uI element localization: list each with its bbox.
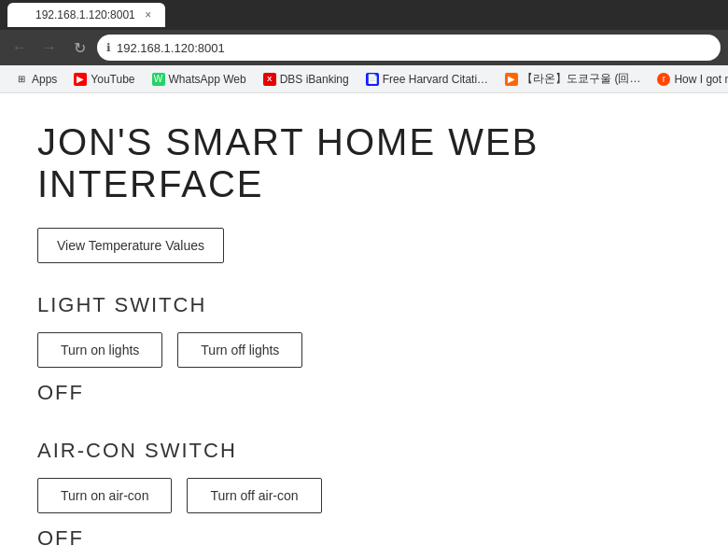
view-temperature-button[interactable]: View Temperature Values [37, 228, 224, 263]
reload-button[interactable]: ↻ [67, 35, 91, 60]
aircon-switch-title: AIR-CON SWITCH [37, 439, 691, 463]
bookmark-whatsapp-label: WhatsApp Web [169, 73, 246, 86]
aircon-status: OFF [37, 526, 691, 551]
laonn-icon: ▶ [505, 73, 518, 86]
bookmark-apps-label: Apps [32, 73, 57, 86]
browser-tab[interactable]: 192.168.1.120:8001 × [7, 3, 165, 27]
turn-off-lights-button[interactable]: Turn off lights [177, 332, 302, 368]
light-switch-buttons: Turn on lights Turn off lights [37, 332, 691, 368]
light-switch-title: LIGHT SWITCH [37, 293, 691, 317]
forward-button[interactable]: → [37, 35, 62, 60]
bookmark-dbs[interactable]: X DBS iBanking [256, 70, 357, 89]
light-switch-section: LIGHT SWITCH Turn on lights Turn off lig… [37, 293, 691, 405]
turn-off-aircon-button[interactable]: Turn off air-con [187, 478, 321, 513]
bookmark-dbs-label: DBS iBanking [280, 73, 349, 86]
tab-title: 192.168.1.120:8001 [35, 8, 135, 21]
page-content: JON'S SMART HOME WEB INTERFACE View Temp… [0, 93, 728, 560]
bookmark-laonn-label: 【라온】도쿄구울 (回… [522, 71, 640, 87]
browser-chrome: 192.168.1.120:8001 × ← → ↻ ℹ 192.168.1.1… [0, 0, 728, 560]
reddit-icon: r [657, 73, 670, 86]
back-button[interactable]: ← [7, 35, 32, 60]
bookmark-whatsapp[interactable]: W WhatsApp Web [145, 70, 254, 89]
bookmark-harvard-label: Free Harvard Citati… [383, 73, 488, 86]
bookmark-how[interactable]: r How I got my Jinha… [650, 70, 728, 89]
address-field[interactable]: ℹ 192.168.1.120:8001 [97, 35, 721, 61]
url-text: 192.168.1.120:8001 [117, 41, 225, 55]
bookmark-laonn[interactable]: ▶ 【라온】도쿄구울 (回… [497, 68, 648, 90]
apps-icon: ⊞ [15, 73, 28, 86]
address-bar-row: ← → ↻ ℹ 192.168.1.120:8001 [0, 30, 728, 65]
bookmark-apps[interactable]: ⊞ Apps [7, 70, 64, 89]
aircon-switch-section: AIR-CON SWITCH Turn on air-con Turn off … [37, 439, 691, 551]
harvard-icon: 📄 [366, 73, 379, 86]
turn-on-aircon-button[interactable]: Turn on air-con [37, 478, 172, 513]
aircon-switch-buttons: Turn on air-con Turn off air-con [37, 478, 691, 513]
tab-close-button[interactable]: × [141, 7, 156, 22]
bookmarks-bar: ⊞ Apps ▶ YouTube W WhatsApp Web X DBS iB… [0, 65, 728, 93]
bookmark-how-label: How I got my Jinha… [674, 73, 728, 86]
whatsapp-icon: W [152, 73, 165, 86]
bookmark-harvard[interactable]: 📄 Free Harvard Citati… [358, 70, 496, 89]
light-status: OFF [37, 381, 691, 405]
turn-on-lights-button[interactable]: Turn on lights [37, 332, 162, 368]
lock-icon: ℹ [106, 41, 111, 54]
bookmark-youtube[interactable]: ▶ YouTube [66, 70, 142, 89]
youtube-icon: ▶ [74, 73, 87, 86]
dbs-icon: X [263, 73, 276, 86]
tab-favicon [17, 8, 30, 21]
bookmark-youtube-label: YouTube [91, 73, 134, 86]
page-title: JON'S SMART HOME WEB INTERFACE [37, 121, 691, 205]
tab-bar: 192.168.1.120:8001 × [0, 0, 728, 30]
